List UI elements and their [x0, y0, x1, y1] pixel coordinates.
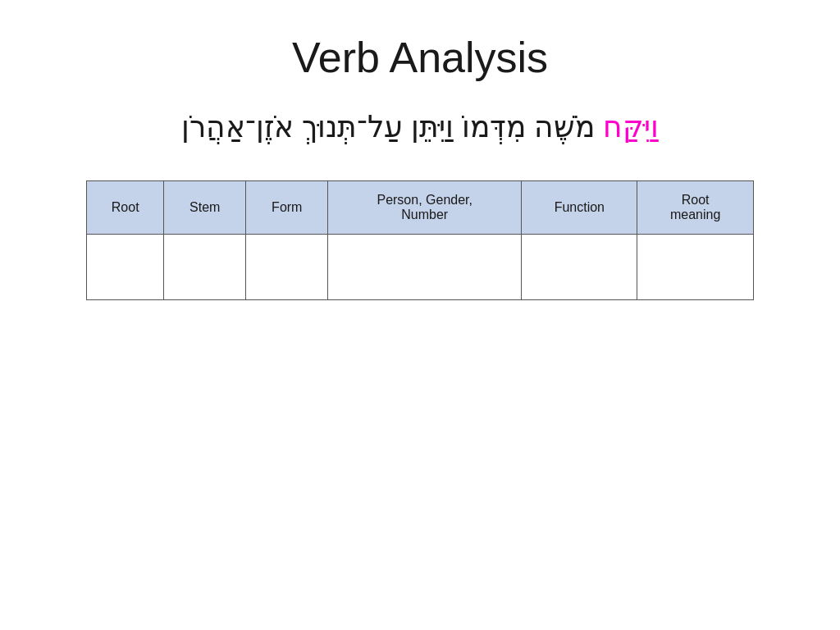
hebrew-rest: מֹשֶׁה מִדְּמוֹ וַיִּתֵּן עַל־תְּנוּךְ א…: [181, 110, 603, 144]
cell-pgn: [328, 235, 522, 300]
col-header-root-meaning: Rootmeaning: [637, 181, 753, 235]
hebrew-sentence: וַיִּקַּח מֹשֶׁה מִדְּמוֹ וַיִּתֵּן עַל־…: [49, 107, 791, 148]
page-title: Verb Analysis: [292, 33, 548, 82]
cell-root: [87, 235, 164, 300]
verb-analysis-table: Root Stem Form Person, Gender,Number Fun…: [86, 180, 754, 300]
table-header-row: Root Stem Form Person, Gender,Number Fun…: [87, 181, 754, 235]
col-header-stem: Stem: [164, 181, 246, 235]
col-header-form: Form: [246, 181, 328, 235]
col-header-pgn: Person, Gender,Number: [328, 181, 522, 235]
cell-stem: [164, 235, 246, 300]
col-header-function: Function: [522, 181, 637, 235]
table-row: [87, 235, 754, 300]
hebrew-highlighted-word: וַיִּקַּח: [603, 110, 659, 144]
cell-form: [246, 235, 328, 300]
cell-function: [522, 235, 637, 300]
col-header-root: Root: [87, 181, 164, 235]
cell-root-meaning: [637, 235, 753, 300]
